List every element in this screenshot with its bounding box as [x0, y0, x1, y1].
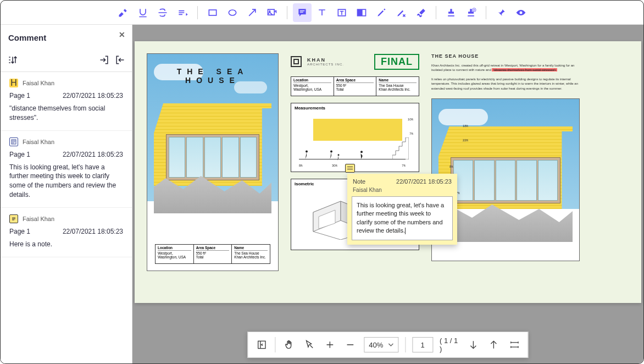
comment-author: Faisal Khan	[23, 216, 54, 222]
comment-page: Page 1	[9, 151, 30, 158]
right-column: THE SEA HOUSE Khan Architects Inc. creat…	[431, 53, 585, 291]
comment-author: Faisal Khan	[23, 139, 54, 145]
sidebar-toggle-icon[interactable]	[254, 337, 268, 352]
sticky-timestamp: 22/07/2021 18:05:23	[396, 178, 452, 185]
sign-icon[interactable]	[412, 3, 430, 22]
arrow-icon[interactable]	[243, 3, 262, 22]
comment-item[interactable]: Faisal Khan Page 1 22/07/2021 18:05:23 H…	[1, 208, 132, 257]
svg-rect-0	[209, 10, 216, 15]
sticky-note-icon[interactable]	[345, 164, 355, 173]
document-canvas[interactable]: THE SEA HOUSE Location Westport, Washing…	[132, 25, 643, 364]
sticky-type: Note	[353, 178, 365, 185]
svg-point-10	[330, 150, 332, 152]
sort-icon[interactable]	[7, 54, 18, 68]
text-icon[interactable]	[313, 3, 331, 22]
zoom-in-icon[interactable]	[323, 337, 337, 352]
comment-text: "distance themselves from social stresse…	[9, 104, 123, 123]
text-style-dropdown-icon[interactable]	[173, 3, 192, 22]
logo-sub: ARCHITECTS INC.	[307, 63, 344, 66]
poster-main: THE SEA HOUSE Location Westport, Washing…	[147, 53, 279, 271]
svg-point-9	[306, 150, 308, 152]
import-icon[interactable]	[99, 54, 110, 68]
pin-icon[interactable]	[492, 3, 510, 22]
comment-text: This is looking great, let's have a furt…	[9, 163, 123, 200]
description-paragraph: It relies on photovoltaic panels for ele…	[431, 77, 585, 91]
comment-sidebar: Comment ✕ H Faisal Khan Page 1	[1, 25, 132, 364]
sticky-author: Faisal Khan	[347, 187, 457, 196]
comment-item[interactable]: Faisal Khan Page 1 22/07/2021 18:05:23 T…	[1, 131, 132, 208]
comment-timestamp: 22/07/2021 18:05:23	[63, 151, 123, 158]
comment-page: Page 1	[9, 228, 30, 235]
zoom-select[interactable]: 40%	[364, 337, 398, 352]
export-icon[interactable]	[114, 54, 125, 68]
comment-author: Faisal Khan	[23, 80, 54, 86]
ink-icon[interactable]	[372, 3, 391, 22]
eye-icon[interactable]	[512, 3, 530, 22]
measurements-panel: Measurements 10ft 7ft 8ft 30ft	[291, 103, 419, 172]
page-count: ( 1 / 1 )	[440, 337, 460, 353]
sticky-note-annotation-icon	[9, 214, 18, 223]
sticky-textarea[interactable]: This is looking great, let's have a furt…	[352, 196, 453, 240]
highlighted-text[interactable]: "distance themselves from social stresse…	[492, 68, 557, 71]
toolbar-separator	[197, 6, 198, 19]
final-stamp: FINAL	[374, 54, 419, 70]
document-page[interactable]: THE SEA HOUSE Location Westport, Washing…	[135, 41, 641, 303]
svg-point-12	[360, 151, 363, 153]
svg-rect-5	[358, 9, 362, 16]
logo-icon	[291, 56, 302, 67]
sidebar-title: Comment	[8, 33, 46, 42]
description-paragraph: Khan Architects Inc. created this off-gr…	[431, 63, 585, 73]
highlight-icon[interactable]	[114, 3, 132, 22]
poster-title: THE SEA HOUSE	[147, 67, 278, 85]
select-icon[interactable]	[303, 337, 317, 352]
prev-page-icon[interactable]	[487, 337, 501, 352]
note-annotation-icon	[9, 137, 18, 146]
pan-icon[interactable]	[282, 337, 296, 352]
annotation-toolbar	[1, 1, 643, 25]
underline-icon[interactable]	[134, 3, 152, 22]
stamp-icon[interactable]	[442, 3, 460, 22]
comment-text: Here is a note.	[9, 240, 123, 249]
middle-column: KHAN ARCHITECTS INC. FINAL Location West…	[291, 53, 419, 291]
viewer-toolbar: 40% 1 ( 1 / 1 )	[247, 332, 528, 358]
sticky-note-popup[interactable]: Note 22/07/2021 18:05:23 Faisal Khan Thi…	[347, 174, 457, 245]
svg-point-11	[338, 154, 340, 156]
rectangle-icon[interactable]	[203, 3, 222, 22]
comment-timestamp: 22/07/2021 18:05:23	[63, 228, 123, 235]
svg-rect-6	[362, 9, 366, 16]
ellipse-icon[interactable]	[223, 3, 242, 22]
compare-icon[interactable]	[352, 3, 371, 22]
zoom-out-icon[interactable]	[343, 337, 357, 352]
toolbar-separator	[436, 6, 436, 19]
comment-list: H Faisal Khan Page 1 22/07/2021 18:05:23…	[1, 72, 132, 364]
highlight-annotation-icon: H	[9, 79, 18, 87]
comment-item[interactable]: H Faisal Khan Page 1 22/07/2021 18:05:23…	[1, 72, 132, 131]
stamp-add-icon[interactable]	[462, 3, 480, 22]
text-box-icon[interactable]	[332, 3, 351, 22]
logo-name: KHAN	[307, 57, 344, 63]
ink-erase-icon[interactable]	[392, 3, 410, 22]
toolbar-separator	[287, 6, 287, 19]
description-title: THE SEA HOUSE	[431, 53, 585, 59]
svg-point-1	[229, 10, 236, 15]
image-icon[interactable]	[263, 3, 281, 22]
toolbar-separator	[486, 6, 486, 19]
close-icon[interactable]: ✕	[119, 30, 125, 39]
next-page-icon[interactable]	[467, 337, 480, 352]
page-input[interactable]: 1	[412, 337, 433, 352]
strikethrough-icon[interactable]	[153, 3, 172, 22]
info-table: Location Westport, Washington, USA Area …	[155, 244, 270, 264]
comment-page: Page 1	[9, 92, 30, 100]
fit-width-icon[interactable]	[507, 337, 521, 352]
info-table: Location Westport, Washington, USA Area …	[291, 76, 419, 96]
comment-icon[interactable]	[293, 3, 312, 22]
comment-timestamp: 22/07/2021 18:05:23	[63, 92, 123, 100]
